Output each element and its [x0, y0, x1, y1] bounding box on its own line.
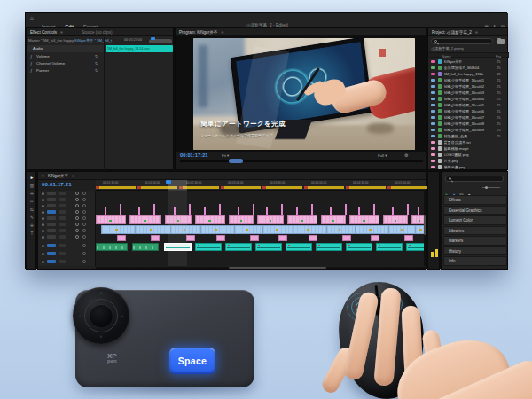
xppen-logo: XP pen: [107, 353, 117, 364]
dial-right-arrow-icon: ›: [120, 313, 125, 318]
logo-line2: pen: [107, 358, 117, 364]
dial-left-arrow-icon: ‹: [77, 313, 82, 318]
dial-down-arrow-icon: ˅: [98, 334, 104, 340]
page: ⌂ ImportEditExport ⊞↥⊡ 小清新字幕_2 - Edited …: [0, 0, 532, 399]
dial-up-arrow-icon: ˄: [98, 291, 104, 296]
space-key: Space: [169, 348, 215, 374]
jog-dial: ˄ ˅ ‹ ›: [73, 287, 129, 344]
devices: ˄ ˅ ‹ › XP pen Space: [0, 0, 532, 399]
jog-dial-button: [90, 304, 113, 327]
shortcut-remote: ˄ ˅ ‹ › XP pen Space: [75, 290, 254, 387]
